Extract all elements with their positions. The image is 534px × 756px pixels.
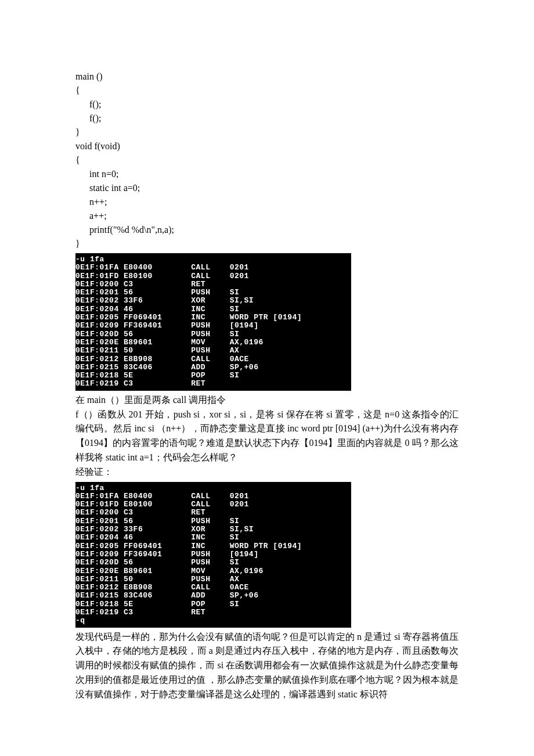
code-line: n++; <box>75 197 107 207</box>
code-line: static int a=0; <box>75 183 140 193</box>
code-line: void f(void) <box>75 141 120 151</box>
code-line: } <box>75 239 80 249</box>
code-line: int n=0; <box>75 169 118 179</box>
code-line: { <box>75 155 80 165</box>
code-line: } <box>75 127 80 137</box>
paragraph-2: f（）函数从 201 开始，push si，xor si，si，是将 si 保存… <box>75 408 459 465</box>
code-line: printf("%d %d\n",n,a); <box>75 225 174 235</box>
code-line: a++; <box>75 211 107 221</box>
code-line: main () <box>75 71 103 81</box>
code-line: f(); <box>75 99 101 109</box>
code-line: f(); <box>75 113 101 123</box>
paragraph-3: 经验证： <box>75 465 459 480</box>
source-code: main () { f(); f(); } void f(void) { int… <box>75 70 459 251</box>
paragraph-4: 发现代码是一样的，那为什么会没有赋值的语句呢？但是可以肯定的 n 是通过 si … <box>75 630 459 702</box>
terminal-output-2: -u 1fa 0E1F:01FA E80400 CALL 0201 0E1F:0… <box>75 482 351 628</box>
terminal-output-1: -u 1fa 0E1F:01FA E80400 CALL 0201 0E1F:0… <box>75 253 351 391</box>
code-line: { <box>75 85 80 95</box>
paragraph-1: 在 main（）里面是两条 call 调用指令 <box>75 393 459 408</box>
